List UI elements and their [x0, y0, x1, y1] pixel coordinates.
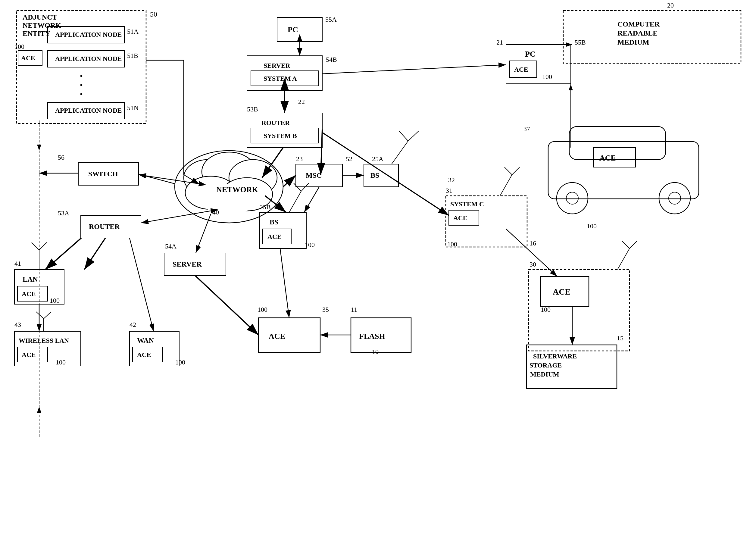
svg-rect-25	[247, 56, 322, 90]
svg-line-155	[322, 133, 449, 215]
svg-text:100: 100	[541, 306, 551, 313]
svg-text:LAN: LAN	[23, 275, 38, 283]
svg-text:ACE: ACE	[453, 214, 467, 222]
svg-text:100: 100	[258, 306, 267, 313]
svg-text:ACE: ACE	[22, 351, 36, 358]
svg-line-91	[289, 191, 301, 212]
network-diagram-svg: ADJUNCT NETWORK ENTITY 50 ACE 100 APPLIC…	[0, 0, 756, 550]
svg-text:ACE: ACE	[553, 287, 570, 296]
svg-line-161	[196, 214, 211, 253]
svg-text:PC: PC	[525, 50, 536, 58]
svg-text:22: 22	[298, 98, 305, 105]
svg-text:100: 100	[175, 358, 185, 366]
svg-line-150	[322, 65, 506, 74]
svg-text:•: •	[80, 89, 83, 99]
svg-line-183	[44, 312, 51, 319]
svg-text:WAN: WAN	[137, 336, 154, 344]
svg-text:APPLICATION NODE: APPLICATION NODE	[55, 107, 122, 114]
svg-line-165	[304, 187, 319, 212]
svg-text:ACE: ACE	[514, 66, 528, 73]
svg-text:MEDIUM: MEDIUM	[530, 370, 559, 378]
svg-text:SERVER: SERVER	[264, 62, 291, 69]
svg-line-140	[622, 241, 629, 248]
svg-text:FLASH: FLASH	[359, 332, 385, 341]
svg-text:41: 41	[14, 260, 21, 267]
svg-line-132	[512, 167, 520, 175]
svg-text:SERVER: SERVER	[173, 260, 202, 268]
svg-line-77	[399, 131, 408, 141]
svg-text:SYSTEM A: SYSTEM A	[264, 75, 297, 82]
svg-text:ENTITY: ENTITY	[23, 30, 50, 37]
diagram-container: ADJUNCT NETWORK ENTITY 50 ACE 100 APPLIC…	[0, 0, 756, 550]
adjunct-label: ADJUNCT	[23, 13, 57, 21]
svg-text:100: 100	[14, 43, 24, 50]
svg-line-169	[195, 276, 258, 335]
svg-line-131	[505, 167, 512, 175]
svg-line-166	[84, 238, 105, 270]
svg-text:SWITCH: SWITCH	[88, 170, 118, 178]
svg-text:ACE: ACE	[21, 54, 35, 62]
svg-text:35: 35	[322, 306, 329, 313]
svg-text:100: 100	[447, 240, 457, 248]
svg-text:100: 100	[56, 358, 66, 366]
svg-text:100: 100	[50, 297, 60, 304]
svg-line-160	[141, 211, 211, 223]
svg-line-163	[283, 175, 296, 187]
svg-text:•: •	[80, 71, 83, 81]
svg-text:10: 10	[372, 348, 379, 355]
svg-line-182	[36, 312, 44, 319]
svg-text:WIRELESS LAN: WIRELESS LAN	[19, 337, 69, 344]
svg-text:53B: 53B	[247, 105, 258, 113]
svg-point-52	[659, 183, 690, 214]
svg-text:SYSTEM B: SYSTEM B	[264, 132, 297, 139]
svg-rect-22	[277, 17, 322, 42]
svg-text:ACE: ACE	[599, 154, 616, 162]
svg-line-130	[500, 175, 512, 196]
svg-text:STORAGE: STORAGE	[530, 361, 562, 369]
svg-text:15: 15	[617, 334, 623, 342]
svg-text:100: 100	[587, 222, 597, 230]
svg-line-167	[45, 238, 81, 270]
svg-text:51A: 51A	[127, 28, 139, 35]
svg-point-50	[557, 183, 588, 214]
svg-text:25B: 25B	[260, 203, 271, 211]
svg-line-78	[408, 131, 419, 141]
svg-text:52: 52	[346, 155, 352, 163]
svg-line-179	[139, 174, 175, 184]
svg-text:30: 30	[530, 261, 536, 268]
svg-line-172	[506, 229, 557, 277]
svg-line-92	[294, 183, 301, 191]
svg-text:NETWORK: NETWORK	[216, 185, 258, 194]
svg-text:ROUTER: ROUTER	[89, 223, 120, 230]
svg-rect-73	[364, 164, 398, 187]
svg-line-139	[617, 248, 629, 270]
svg-text:54A: 54A	[165, 242, 177, 250]
svg-text:SILVERWARE: SILVERWARE	[533, 352, 577, 360]
svg-line-93	[301, 183, 309, 191]
svg-text:APPLICATION NODE: APPLICATION NODE	[55, 55, 122, 62]
svg-text:32: 32	[448, 176, 455, 184]
svg-text:37: 37	[523, 125, 530, 133]
svg-text:APPLICATION NODE: APPLICATION NODE	[55, 31, 122, 38]
svg-text:23: 23	[296, 155, 303, 163]
svg-text:ROUTER: ROUTER	[261, 119, 290, 127]
svg-text:ACE: ACE	[269, 332, 285, 341]
svg-point-53	[669, 192, 681, 204]
svg-rect-85	[260, 212, 306, 248]
svg-text:MSC: MSC	[306, 171, 322, 179]
svg-text:READABLE: READABLE	[617, 29, 658, 37]
svg-text:43: 43	[14, 321, 21, 328]
svg-text:ACE: ACE	[137, 351, 151, 358]
svg-text:54B: 54B	[326, 56, 337, 63]
svg-text:42: 42	[130, 321, 136, 328]
ref-50: 50	[150, 10, 157, 18]
svg-text:100: 100	[305, 241, 315, 248]
svg-text:51B: 51B	[127, 52, 138, 59]
svg-text:55A: 55A	[325, 16, 337, 23]
svg-text:PC: PC	[288, 25, 298, 34]
svg-point-51	[566, 192, 578, 204]
svg-text:BS: BS	[270, 218, 278, 226]
svg-text:100: 100	[542, 73, 552, 80]
svg-text:ACE: ACE	[267, 233, 281, 240]
svg-text:NETWORK: NETWORK	[23, 21, 61, 29]
